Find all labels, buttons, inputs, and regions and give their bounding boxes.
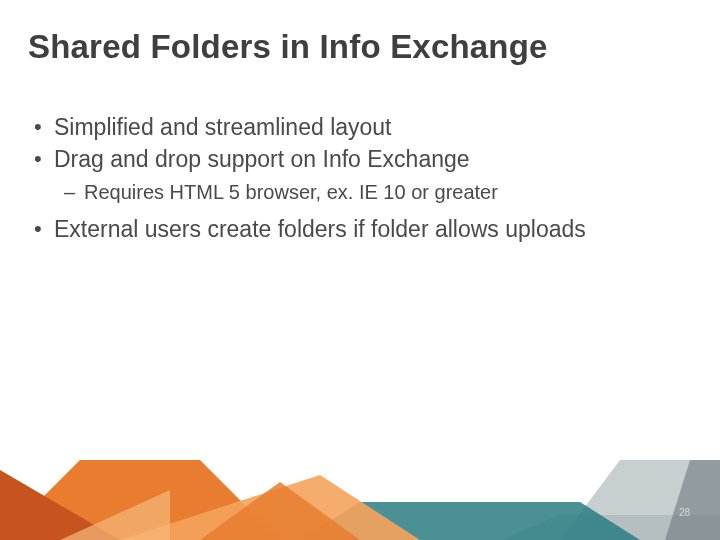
slide-content: Simplified and streamlined layout Drag a… bbox=[28, 112, 680, 246]
svg-marker-5 bbox=[0, 470, 120, 540]
bullet-item: Drag and drop support on Info Exchange bbox=[28, 144, 680, 174]
page-number: 28 bbox=[679, 507, 690, 518]
footer-decoration bbox=[0, 460, 720, 540]
svg-marker-1 bbox=[560, 460, 720, 540]
bullet-item: Simplified and streamlined layout bbox=[28, 112, 680, 142]
svg-marker-8 bbox=[60, 490, 170, 540]
svg-marker-7 bbox=[200, 482, 360, 540]
slide-title: Shared Folders in Info Exchange bbox=[28, 28, 548, 66]
svg-marker-2 bbox=[665, 460, 720, 540]
svg-marker-0 bbox=[500, 515, 720, 540]
bullet-item: External users create folders if folder … bbox=[28, 214, 680, 244]
svg-marker-3 bbox=[300, 502, 640, 540]
sub-bullet-item: Requires HTML 5 browser, ex. IE 10 or gr… bbox=[28, 179, 680, 206]
svg-marker-4 bbox=[0, 460, 280, 540]
slide: Shared Folders in Info Exchange Simplifi… bbox=[0, 0, 720, 540]
svg-marker-6 bbox=[120, 475, 420, 540]
